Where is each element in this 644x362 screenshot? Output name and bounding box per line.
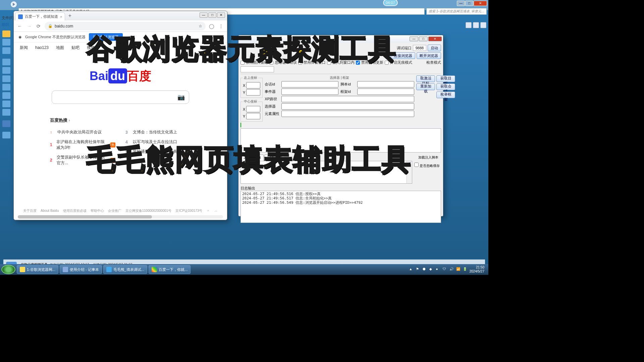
app-icon: [106, 267, 112, 272]
taskbar-item[interactable]: 百度一下，你就...: [149, 265, 191, 274]
reload-button[interactable]: 重新加载: [416, 83, 435, 90]
tray-icon[interactable]: ●: [436, 267, 441, 272]
enum-frame-button[interactable]: 枚举框架: [436, 92, 455, 98]
tray-icon[interactable]: ▲: [409, 267, 414, 272]
hot-item[interactable]: 3文博会：当传统文化遇上: [125, 127, 191, 137]
port-input[interactable]: [413, 45, 426, 51]
baidu-footer: 关于百度About Baidu使用百度前必读帮助中心企业推广京公网安备11000…: [14, 208, 227, 213]
homegroup-icon[interactable]: [2, 120, 10, 127]
tray-icon[interactable]: ⚑: [416, 267, 421, 272]
explorer-sidebar: [2, 29, 12, 140]
close-icon[interactable]: ✕: [428, 37, 442, 41]
chevron-up-icon[interactable]: ︿: [214, 209, 218, 213]
ignore-cache-check[interactable]: [414, 163, 419, 167]
maximize-icon[interactable]: □: [419, 37, 428, 41]
tray-icon[interactable]: ⬢: [423, 267, 427, 272]
get-session-button[interactable]: 获取会话: [436, 83, 455, 90]
nav-link[interactable]: 贴吧: [71, 45, 79, 51]
nav-link[interactable]: hao123: [35, 45, 49, 50]
back-icon[interactable]: ←: [16, 23, 23, 29]
folder-icon[interactable]: [2, 84, 10, 90]
horizontal-scrollbar[interactable]: [18, 215, 223, 219]
view-icon[interactable]: [466, 22, 472, 28]
shield-icon[interactable]: 🛡: [443, 267, 447, 272]
folder-icon[interactable]: [2, 92, 10, 99]
close-icon[interactable]: ✕: [217, 12, 225, 18]
color-swatch: [240, 123, 241, 127]
start-button[interactable]: 启动: [428, 45, 441, 51]
menu-icon[interactable]: ⋮: [218, 23, 224, 29]
tab-title: 百度一下，你就知道: [25, 14, 58, 19]
center-coords: 中心坐标 X Y: [240, 99, 263, 122]
attr-input[interactable]: [281, 111, 414, 117]
folder-icon[interactable]: [2, 67, 10, 74]
nav-link[interactable]: 地图: [56, 45, 64, 51]
explorer-search[interactable]: 搜索 1-谷歌浏览器网页填表_审查元...: [426, 8, 487, 15]
minimize-icon[interactable]: —: [200, 12, 208, 18]
search-input[interactable]: 📷: [52, 90, 189, 104]
topleft-coords: 左上坐标 X Y: [240, 75, 263, 98]
selector-input[interactable]: [281, 103, 414, 110]
tab-close-icon[interactable]: ×: [60, 15, 62, 19]
help-icon[interactable]: [480, 22, 486, 28]
log-label: 日志输出: [240, 186, 441, 191]
nav-link[interactable]: 新闻: [20, 45, 28, 51]
cx-input[interactable]: [246, 106, 260, 112]
event-input[interactable]: [281, 88, 338, 95]
taskbar-item[interactable]: 使用介绍 - 记事本: [60, 265, 102, 274]
folder-icon[interactable]: [2, 39, 10, 46]
folder-icon[interactable]: [2, 47, 10, 54]
explorer-toolbar[interactable]: 组织: [2, 22, 9, 27]
library-icon[interactable]: [2, 59, 10, 65]
folder-icon[interactable]: [2, 101, 10, 107]
session-input[interactable]: [281, 81, 338, 87]
new-tab-button[interactable]: +: [66, 12, 73, 19]
lock-icon: 🔒: [48, 24, 53, 28]
network-icon[interactable]: 📶: [456, 267, 461, 272]
volume-icon[interactable]: 🔊: [449, 267, 454, 272]
folder-icon[interactable]: [2, 75, 10, 82]
xpath-input[interactable]: [281, 96, 414, 102]
minimize-icon[interactable]: —: [457, 1, 465, 6]
preview-icon[interactable]: [473, 22, 479, 28]
disconnect-button[interactable]: 断开浏览器: [417, 52, 441, 59]
forward-icon: →: [26, 23, 33, 29]
hot-item[interactable]: ↑中共中央政治局召开会议: [50, 127, 115, 137]
explorer-menu[interactable]: 文件(F): [2, 15, 14, 20]
star-icon[interactable]: ☆: [199, 24, 202, 28]
log-output[interactable]: 2024-05-27 21:49:56.516 信息:授权>>真 2024-05…: [240, 191, 441, 223]
port-label: 调试端口: [397, 46, 412, 51]
browser-tab[interactable]: 百度一下，你就知道 ×: [15, 12, 65, 20]
taskbar-item[interactable]: 毛毛熊_填表调试...: [103, 265, 147, 274]
get-target-button[interactable]: 获取目标: [436, 75, 455, 82]
overlay-title-2: 毛毛熊网页填表辅助工具: [87, 140, 411, 179]
maximize-icon[interactable]: □: [208, 12, 216, 18]
get-active-button[interactable]: 取激活目标: [416, 75, 435, 82]
infobar-text: Google Chrome 不是您的默认浏览器: [25, 35, 86, 40]
battery-icon[interactable]: 🔋: [463, 267, 468, 272]
camera-icon[interactable]: 📷: [177, 94, 185, 101]
cy-input[interactable]: [246, 113, 260, 119]
baidu-favicon-icon: [18, 14, 23, 19]
system-tray: ▲ ⚑ ⬢ ◆ ● 🛡 🔊 📶 🔋 21:502024/5/27: [409, 265, 487, 274]
frame-input[interactable]: [357, 88, 414, 95]
address-bar[interactable]: 🔒 baidu.com ☆: [45, 22, 206, 31]
minimize-icon[interactable]: —: [410, 37, 418, 41]
accessibility-icon[interactable]: 𝄐: [207, 209, 209, 213]
hot-search-title[interactable]: 百度热搜: [50, 117, 191, 123]
taskbar-item[interactable]: 1-谷歌浏览器网...: [17, 265, 58, 274]
favorites-icon[interactable]: [2, 31, 10, 37]
y-input[interactable]: [246, 89, 260, 96]
overlay-title-1: 谷歌浏览器元素探测工具: [87, 31, 396, 68]
profile-icon[interactable]: ◯: [208, 23, 215, 29]
close-icon[interactable]: ✕: [474, 1, 487, 6]
maximize-icon[interactable]: □: [465, 1, 473, 6]
reload-icon[interactable]: ⟳: [35, 23, 42, 29]
start-button[interactable]: [1, 265, 15, 274]
network-icon[interactable]: [2, 132, 10, 138]
script-input[interactable]: [357, 81, 414, 87]
clock[interactable]: 21:502024/5/27: [470, 265, 485, 274]
x-input[interactable]: [246, 82, 260, 88]
tray-icon[interactable]: ◆: [429, 267, 434, 272]
folder-icon[interactable]: [2, 109, 10, 116]
